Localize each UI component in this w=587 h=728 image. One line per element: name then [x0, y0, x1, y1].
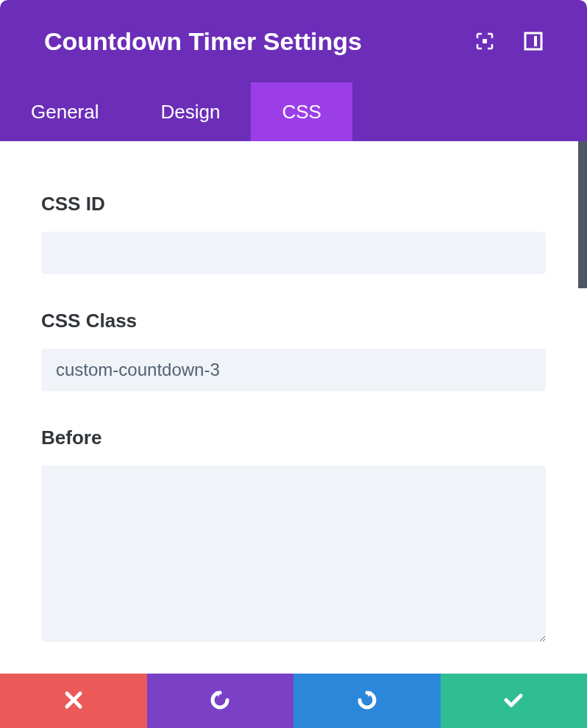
modal-footer: [0, 674, 587, 728]
before-textarea[interactable]: [41, 465, 546, 642]
tab-general[interactable]: General: [0, 82, 130, 141]
modal-header: Countdown Timer Settings: [0, 0, 587, 82]
close-icon: [63, 689, 85, 713]
content-area: CSS ID CSS Class Before Main Element: [0, 141, 587, 674]
content-scroll: CSS ID CSS Class Before Main Element: [0, 141, 587, 674]
cancel-button[interactable]: [0, 674, 147, 728]
scrollbar[interactable]: [578, 141, 587, 288]
snap-icon[interactable]: [524, 32, 543, 51]
tabs-nav: General Design CSS: [0, 82, 587, 141]
save-button[interactable]: [441, 674, 588, 728]
css-id-input[interactable]: [41, 232, 546, 274]
tab-design[interactable]: Design: [130, 82, 252, 141]
field-css-class: CSS Class: [41, 310, 546, 391]
check-icon: [501, 688, 526, 715]
undo-icon: [208, 688, 232, 714]
field-css-id: CSS ID: [41, 193, 546, 274]
expand-icon[interactable]: [475, 32, 494, 51]
css-id-label: CSS ID: [41, 193, 546, 215]
svg-rect-2: [534, 36, 537, 46]
before-label: Before: [41, 427, 546, 449]
header-icons: [475, 32, 543, 51]
svg-rect-1: [525, 33, 541, 49]
undo-button[interactable]: [147, 674, 294, 728]
redo-button[interactable]: [294, 674, 441, 728]
css-class-input[interactable]: [41, 349, 546, 391]
tab-css[interactable]: CSS: [251, 82, 352, 141]
css-class-label: CSS Class: [41, 310, 546, 332]
svg-rect-0: [483, 39, 487, 43]
redo-icon: [355, 688, 379, 714]
field-before: Before: [41, 427, 546, 645]
modal-title: Countdown Timer Settings: [44, 27, 362, 56]
